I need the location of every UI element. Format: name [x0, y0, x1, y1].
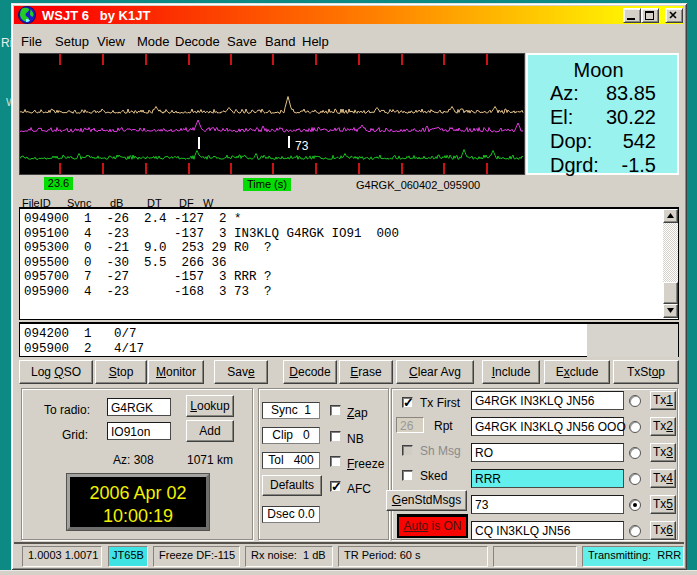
- svg-text:73: 73: [295, 139, 309, 153]
